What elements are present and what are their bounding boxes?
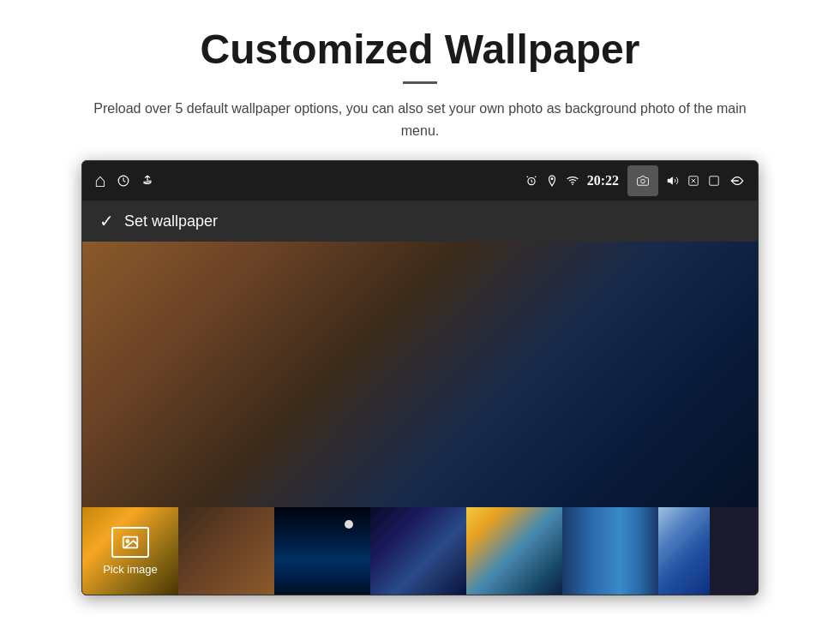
usb-icon xyxy=(141,175,153,187)
wifi-icon xyxy=(567,175,579,187)
svg-point-8 xyxy=(550,177,553,180)
svg-point-10 xyxy=(641,179,645,183)
device-screen: ⌂ xyxy=(81,160,759,595)
alarm-icon xyxy=(525,175,537,187)
svg-line-5 xyxy=(531,182,532,182)
window-icon[interactable] xyxy=(708,175,720,187)
home-icon[interactable]: ⌂ xyxy=(94,170,105,192)
action-label: Set wallpaper xyxy=(124,212,218,230)
wallpaper-thumb-6[interactable] xyxy=(562,507,658,595)
svg-rect-15 xyxy=(710,176,719,186)
svg-rect-2 xyxy=(149,181,151,182)
wallpaper-thumb-2[interactable] xyxy=(178,507,274,595)
camera-icon-box[interactable] xyxy=(627,165,658,196)
wallpaper-thumb-4[interactable] xyxy=(370,507,466,595)
page-title: Customized Wallpaper xyxy=(201,26,640,73)
camera-icon xyxy=(637,175,649,187)
wallpaper-thumb-7[interactable] xyxy=(658,507,710,595)
clock-icon xyxy=(117,175,129,187)
time-display: 20:22 xyxy=(587,173,619,188)
status-left: ⌂ xyxy=(94,170,153,192)
status-right: 20:22 xyxy=(525,165,746,196)
svg-marker-11 xyxy=(668,177,672,184)
pick-image-label: Pick image xyxy=(103,563,158,576)
page-container: Customized Wallpaper Preload over 5 defa… xyxy=(0,0,840,622)
status-bar: ⌂ xyxy=(82,161,758,200)
close-icon[interactable] xyxy=(687,175,699,187)
pick-image-icon xyxy=(111,527,149,558)
svg-line-6 xyxy=(526,176,527,177)
wallpaper-thumb-5[interactable] xyxy=(466,507,562,595)
svg-point-17 xyxy=(126,540,129,542)
svg-point-9 xyxy=(572,183,573,185)
location-icon xyxy=(546,175,558,187)
title-divider xyxy=(403,81,437,84)
page-subtitle: Preload over 5 default wallpaper options… xyxy=(86,98,754,141)
back-icon[interactable] xyxy=(729,172,746,189)
svg-line-7 xyxy=(535,176,536,177)
volume-icon[interactable] xyxy=(667,175,679,187)
pick-image-thumb[interactable]: Pick image xyxy=(82,507,178,595)
checkmark-icon[interactable]: ✓ xyxy=(99,211,114,231)
action-bar: ✓ Set wallpaper xyxy=(82,200,758,242)
thumbnail-strip: Pick image xyxy=(82,507,758,595)
wallpaper-preview xyxy=(82,242,758,507)
wallpaper-thumb-3[interactable] xyxy=(274,507,370,595)
